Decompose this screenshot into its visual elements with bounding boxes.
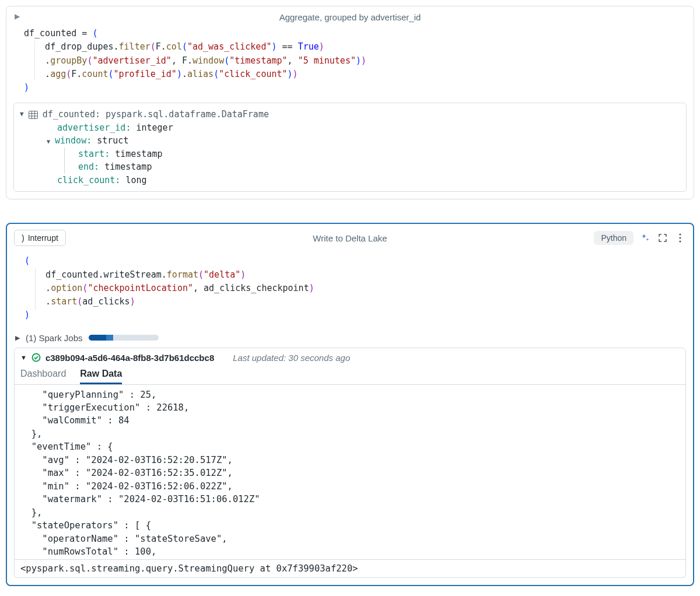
code-token: ( bbox=[24, 255, 30, 266]
table-icon bbox=[29, 111, 38, 119]
svg-rect-0 bbox=[29, 111, 37, 118]
code-token: ( bbox=[77, 296, 82, 307]
streaming-query-panel: ▼ c389b094-a5d6-464a-8fb8-3d7b61dccbc8 L… bbox=[14, 348, 686, 560]
code-token: ) bbox=[356, 55, 361, 66]
expand-icon[interactable] bbox=[657, 232, 668, 244]
cell-header: ▶ Aggregate, grouped by advertiser_id bbox=[6, 6, 694, 24]
language-chip[interactable]: Python bbox=[594, 231, 634, 245]
code-token: F. bbox=[71, 69, 82, 79]
cell-title: Aggregate, grouped by advertiser_id bbox=[279, 12, 421, 22]
collapse-icon[interactable]: ▼ bbox=[20, 110, 24, 120]
code-token: ) bbox=[130, 296, 135, 307]
query-id: c389b094-a5d6-464a-8fb8-3d7b61dccbc8 bbox=[46, 353, 214, 363]
code-token: ( bbox=[182, 41, 187, 52]
code-token: df_drop_dupes. bbox=[24, 41, 119, 52]
code-token: == bbox=[282, 41, 293, 52]
code-token: ) bbox=[24, 310, 30, 320]
code-token: start bbox=[51, 296, 77, 307]
chevron-down-icon[interactable]: ▼ bbox=[20, 354, 27, 361]
tab-dashboard[interactable]: Dashboard bbox=[20, 369, 66, 384]
code-token: ad_clicks bbox=[82, 296, 130, 307]
code-token: "click_count" bbox=[219, 69, 287, 79]
code-token: "profile_id" bbox=[114, 69, 177, 79]
raw-data-output[interactable]: "queryPlanning" : 25, "triggerExecution"… bbox=[15, 384, 685, 559]
code-token: "ad_was_clicked" bbox=[187, 41, 272, 52]
code-token: "timestamp" bbox=[229, 55, 287, 66]
code-token: . bbox=[182, 69, 187, 79]
code-token: ) bbox=[288, 69, 293, 79]
code-token: filter bbox=[119, 41, 150, 52]
schema-field[interactable]: ▼window: struct bbox=[47, 134, 680, 148]
schema-output: ▼ df_counted: pyspark.sql.dataframe.Data… bbox=[13, 103, 687, 192]
cell-toolbar: Python bbox=[594, 231, 686, 245]
code-token: col bbox=[166, 41, 182, 52]
run-cell-icon[interactable]: ▶ bbox=[15, 12, 20, 20]
code-token: option bbox=[51, 283, 82, 293]
spinner-icon bbox=[22, 233, 26, 243]
cell-result: <pyspark.sql.streaming.query.StreamingQu… bbox=[14, 560, 686, 578]
code-token: , F. bbox=[172, 55, 192, 66]
status-ok-icon bbox=[32, 353, 41, 362]
code-token: ( bbox=[108, 69, 114, 79]
last-updated: Last updated: 30 seconds ago bbox=[233, 353, 350, 363]
code-token: window bbox=[192, 55, 224, 66]
svg-point-5 bbox=[679, 234, 681, 236]
code-token: "delta" bbox=[204, 269, 240, 280]
code-token bbox=[293, 41, 298, 52]
schema-field: click_count: long bbox=[47, 174, 680, 187]
spark-jobs-row[interactable]: ▶ (1) Spark Jobs bbox=[7, 331, 693, 348]
schema-field: end: timestamp bbox=[47, 160, 680, 174]
stream-tabs: Dashboard Raw Data bbox=[15, 366, 685, 384]
code-token: . bbox=[24, 55, 50, 66]
svg-point-7 bbox=[679, 241, 681, 243]
code-token: . bbox=[24, 296, 51, 307]
code-token: groupBy bbox=[50, 55, 87, 66]
code-token: "checkpointLocation" bbox=[88, 283, 193, 293]
assistant-icon[interactable] bbox=[639, 232, 651, 244]
cell-title: Write to Delta Lake bbox=[313, 233, 387, 243]
code-token: . bbox=[24, 69, 50, 79]
code-token: df_counted.writeStream. bbox=[24, 269, 167, 280]
code-token: ) bbox=[361, 55, 366, 66]
code-token: ( bbox=[87, 28, 97, 38]
code-token: ) bbox=[271, 41, 276, 52]
code-token: "5 minutes" bbox=[298, 55, 356, 66]
code-token: ( bbox=[150, 41, 156, 52]
button-label: Interrupt bbox=[28, 233, 58, 243]
chevron-right-icon[interactable]: ▶ bbox=[15, 334, 20, 342]
chevron-down-icon[interactable]: ▼ bbox=[47, 137, 52, 146]
code-token: ( bbox=[66, 69, 71, 79]
code-editor[interactable]: ( df_counted.writeStream.format("delta")… bbox=[7, 252, 693, 330]
cell-header: Interrupt Write to Delta Lake Python bbox=[7, 224, 693, 252]
interrupt-button[interactable]: Interrupt bbox=[14, 230, 66, 246]
code-token: count bbox=[82, 69, 108, 79]
code-editor[interactable]: df_counted = ( df_drop_dupes.filter(F.co… bbox=[6, 24, 694, 103]
notebook-cell-write-delta: Interrupt Write to Delta Lake Python ( d… bbox=[6, 223, 694, 586]
code-token: format bbox=[167, 269, 198, 280]
code-token: ) bbox=[319, 41, 324, 52]
code-token: ) bbox=[240, 269, 246, 280]
code-token: ) bbox=[309, 283, 314, 293]
code-token: df_counted bbox=[24, 28, 82, 38]
schema-field: start: timestamp bbox=[47, 148, 680, 161]
svg-point-6 bbox=[679, 237, 681, 239]
notebook-cell-aggregate: ▶ Aggregate, grouped by advertiser_id df… bbox=[6, 6, 694, 199]
stream-header: ▼ c389b094-a5d6-464a-8fb8-3d7b61dccbc8 L… bbox=[15, 348, 685, 366]
code-token: agg bbox=[50, 69, 66, 79]
code-token bbox=[277, 41, 282, 52]
code-token: ( bbox=[198, 269, 204, 280]
code-token: alias bbox=[187, 69, 214, 79]
code-token: . bbox=[24, 283, 51, 293]
code-token: ) bbox=[24, 82, 29, 93]
tab-raw-data[interactable]: Raw Data bbox=[80, 369, 122, 384]
code-token: "advertiser_id" bbox=[92, 55, 171, 66]
code-token: ( bbox=[224, 55, 229, 66]
variable-name: df_counted: pyspark.sql.dataframe.DataFr… bbox=[43, 108, 269, 121]
kebab-menu-icon[interactable] bbox=[674, 232, 686, 244]
code-token: , ad_clicks_checkpoint bbox=[193, 283, 309, 293]
code-token: True bbox=[298, 41, 319, 52]
code-token: ( bbox=[214, 69, 219, 79]
code-token: , bbox=[288, 55, 298, 66]
progress-bar bbox=[89, 335, 159, 341]
code-token: ) bbox=[293, 69, 298, 79]
